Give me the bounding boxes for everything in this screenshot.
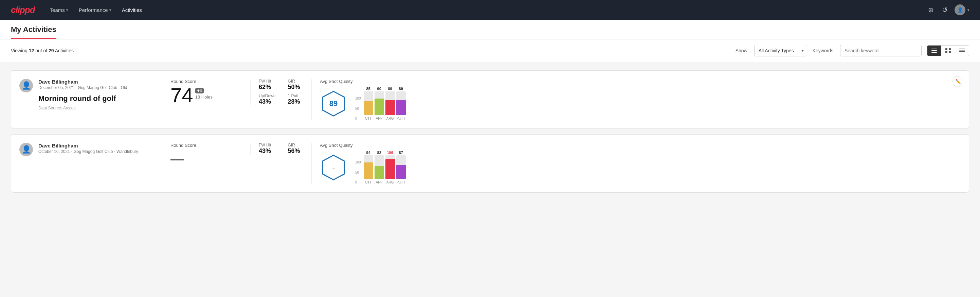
- nav-performance-label: Performance: [79, 7, 108, 13]
- avatar: 👤: [19, 79, 33, 93]
- user-details: Dave Billingham October 16, 2021 - Gog M…: [38, 143, 138, 156]
- view-toggle: [927, 45, 969, 56]
- user-avatar-icon: 👤: [22, 145, 31, 154]
- keywords-label: Keywords:: [813, 48, 835, 53]
- toolbar: Viewing 12 out of 29 Activities Show: Al…: [0, 40, 980, 62]
- activity-card: 👤 Dave Billingham December 05, 2021 - Go…: [11, 70, 969, 129]
- bar-putt: 89 PUTT: [396, 87, 406, 120]
- user-avatar-icon: 👤: [22, 81, 31, 90]
- round-score-label: Round Score: [170, 143, 250, 148]
- list-icon: [931, 48, 937, 53]
- activities-list: 👤 Dave Billingham December 05, 2021 - Go…: [0, 62, 980, 201]
- nav-activities-label: Activities: [122, 7, 142, 13]
- page-header: My Activities: [0, 20, 980, 40]
- nav-right: ⊕ ↺ 👤 ▾: [927, 5, 969, 15]
- viewing-text: Viewing 12 out of 29 Activities: [11, 48, 730, 53]
- svg-rect-7: [959, 49, 965, 49]
- oneputt-value: 28%: [288, 98, 312, 105]
- svg-rect-8: [959, 50, 965, 51]
- oneputt-stat: 1 Putt 28%: [288, 93, 312, 105]
- card-left: 👤 Dave Billingham October 16, 2021 - Gog…: [19, 143, 162, 156]
- hex-score: ...: [320, 154, 347, 181]
- nav-teams-chevron: ▾: [66, 8, 68, 12]
- nav-links: Teams ▾ Performance ▾ Activities: [46, 5, 916, 16]
- gir-value: 50%: [288, 84, 312, 91]
- compact-icon: [959, 48, 965, 53]
- nav-teams[interactable]: Teams ▾: [46, 5, 72, 16]
- svg-rect-3: [945, 48, 947, 50]
- score-badge: +4: [195, 88, 204, 93]
- fw-hit-stat: FW Hit 62%: [259, 79, 283, 91]
- view-list-button[interactable]: [928, 46, 941, 56]
- search-input[interactable]: [840, 45, 921, 56]
- nav-activities[interactable]: Activities: [118, 5, 146, 16]
- updown-label: Up/Down: [259, 93, 283, 98]
- navbar: clippd Teams ▾ Performance ▾ Activities …: [0, 0, 980, 20]
- bar-putt-label: PUTT: [397, 117, 406, 120]
- user-name: Dave Billingham: [38, 143, 138, 148]
- add-button[interactable]: ⊕: [927, 5, 935, 15]
- avatar-icon: 👤: [957, 7, 963, 13]
- svg-rect-9: [959, 51, 965, 52]
- gir-stat: GIR 56%: [288, 143, 312, 155]
- nav-performance-chevron: ▾: [109, 8, 111, 12]
- quality-content: Avg Shot Quality ... 100 50: [320, 143, 406, 184]
- bar-putt-fill: [396, 100, 406, 115]
- gir-stat: GIR 50%: [288, 79, 312, 91]
- view-compact-button[interactable]: [955, 46, 969, 56]
- bar-chart: 100 50 0 85 OTT: [355, 87, 406, 120]
- user-meta: December 05, 2021 - Gog Magog Golf Club …: [38, 85, 127, 90]
- nav-performance[interactable]: Performance ▾: [75, 5, 115, 16]
- holes-label: 18 Holes: [195, 95, 213, 99]
- svg-rect-6: [949, 51, 951, 53]
- avg-shot-quality-section: Avg Shot Quality 89 100 50: [312, 79, 961, 120]
- user-menu[interactable]: 👤 ▾: [955, 5, 969, 15]
- bar-app-value: 82: [377, 150, 381, 155]
- view-grid-button[interactable]: [941, 46, 955, 56]
- bar-app-fill: [375, 99, 384, 115]
- quality-label: Avg Shot Quality: [320, 79, 406, 84]
- grid-icon: [945, 48, 951, 53]
- bar-putt: 87 PUTT: [396, 150, 406, 184]
- bar-ott: 85 OTT: [364, 87, 373, 120]
- stats-grid: FW Hit 43% GIR 56%: [250, 143, 312, 155]
- show-label: Show:: [735, 48, 749, 53]
- y-axis: 100 50 0: [355, 160, 361, 184]
- activity-type-select[interactable]: All Activity Types Rounds Practice: [754, 45, 807, 56]
- svg-rect-5: [945, 51, 947, 53]
- user-details: Dave Billingham December 05, 2021 - Gog …: [38, 79, 127, 110]
- bar-arg-value: 89: [388, 87, 392, 91]
- bar-arg-fill: [385, 100, 395, 115]
- refresh-button[interactable]: ↺: [940, 5, 949, 15]
- bar-arg: 89 ARG: [385, 87, 395, 120]
- bar-app-value: 90: [377, 87, 381, 91]
- avatar: 👤: [955, 5, 966, 15]
- svg-rect-10: [959, 53, 965, 53]
- viewing-count: 12: [29, 48, 34, 53]
- avg-shot-quality-section: Avg Shot Quality ... 100 50: [312, 143, 961, 184]
- round-score-section: Round Score 74 +4 18 Holes: [162, 79, 250, 106]
- activity-type-dropdown[interactable]: All Activity Types Rounds Practice: [754, 45, 807, 56]
- fw-hit-stat: FW Hit 43%: [259, 143, 283, 155]
- nav-teams-label: Teams: [50, 7, 65, 13]
- bar-chart: 100 50 0 94 OTT 82: [355, 150, 406, 184]
- user-meta: October 16, 2021 - Gog Magog Golf Club -…: [38, 149, 138, 154]
- bar-app: 82 APP: [375, 150, 384, 184]
- bar-arg-label: ARG: [387, 180, 394, 184]
- bar-arg-value: 106: [387, 150, 393, 155]
- edit-button[interactable]: ✏️: [953, 76, 963, 87]
- activity-title: Morning round of golf: [38, 94, 127, 103]
- round-score-section: Round Score —: [162, 143, 250, 166]
- fw-hit-label: FW Hit: [259, 143, 283, 147]
- bar-arg-fill: [385, 159, 395, 179]
- bar-putt-label: PUTT: [397, 180, 406, 184]
- page-title: My Activities: [11, 25, 56, 39]
- bar-ott: 94 OTT: [364, 150, 373, 184]
- stats-grid: FW Hit 62% GIR 50% Up/Down 43% 1 Putt 28…: [250, 79, 312, 105]
- card-left: 👤 Dave Billingham December 05, 2021 - Go…: [19, 79, 162, 110]
- bar-app-fill: [375, 166, 384, 179]
- data-source: Data Source: Arccos: [38, 106, 127, 110]
- bar-app: 90 APP: [375, 87, 384, 120]
- gir-label: GIR: [288, 143, 312, 147]
- fw-hit-value: 62%: [259, 84, 283, 91]
